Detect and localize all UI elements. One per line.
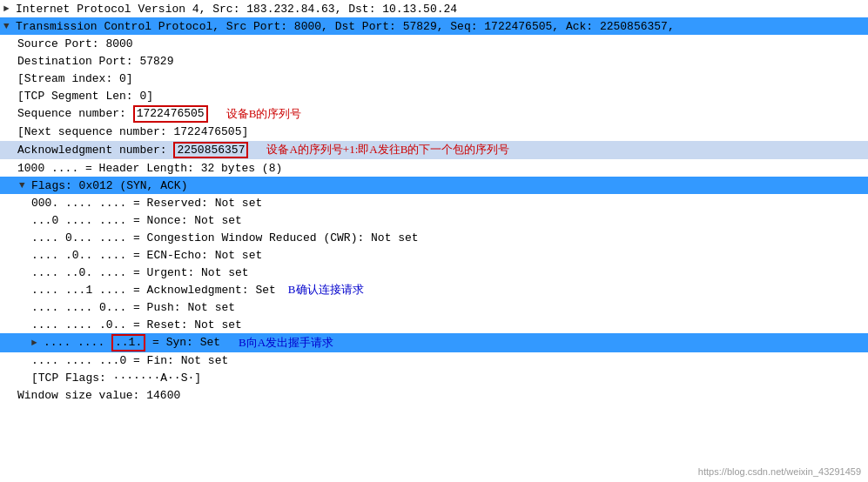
tcp-segment-len-line: [TCP Segment Len: 0]: [0, 87, 868, 104]
sequence-number-line: Sequence number: 1722476505 设备B的序列号: [0, 104, 868, 124]
tcp-flags-text: [TCP Flags: ·······A··S·]: [31, 372, 201, 385]
ack-annotation: 设备A的序列号+1:即A发往B的下一个包的序列号: [255, 142, 509, 157]
watermark: https://blog.csdn.net/weixin_43291459: [698, 466, 861, 477]
flags-text: Flags: 0x012 (SYN, ACK): [31, 179, 187, 192]
nonce-line: ...0 .... .... = Nonce: Not set: [0, 211, 868, 229]
syn-prefix: .... ....: [44, 336, 111, 349]
ip-protocol-text: Internet Protocol Version 4, Src: 183.23…: [16, 3, 457, 16]
source-port-text: Source Port: 8000: [17, 37, 133, 50]
fin-line: .... .... ...0 = Fin: Not set: [0, 352, 868, 370]
seq-label: Sequence number:: [17, 107, 133, 120]
ack-flag-line: .... ...1 .... = Acknowledgment: Set B确认…: [0, 281, 868, 298]
main-container: ► Internet Protocol Version 4, Src: 183.…: [0, 0, 868, 482]
ack-label: Acknowledgment number:: [17, 144, 173, 157]
syn-flag-line[interactable]: ► .... .... ..1. = Syn: Set B向A发出握手请求: [0, 333, 868, 352]
ecn-echo-text: .... .0.. .... = ECN-Echo: Not set: [31, 249, 262, 262]
stream-index-line: [Stream index: 0]: [0, 70, 868, 87]
next-seq-text: [Next sequence number: 1722476505]: [17, 125, 248, 138]
ecn-echo-line: .... .0.. .... = ECN-Echo: Not set: [0, 246, 868, 264]
expand-icon[interactable]: ►: [3, 3, 16, 14]
header-length-line: 1000 .... = Header Length: 32 bytes (8): [0, 159, 868, 177]
next-sequence-line: [Next sequence number: 1722476505]: [0, 124, 868, 141]
reserved-line: 000. .... .... = Reserved: Not set: [0, 194, 868, 211]
destination-port-text: Destination Port: 57829: [17, 55, 173, 68]
reset-text: .... .... .0.. = Reset: Not set: [31, 318, 242, 331]
urgent-text: .... ..0. .... = Urgent: Not set: [31, 266, 249, 279]
syn-bit-box: ..1.: [111, 334, 145, 351]
nonce-text: ...0 .... .... = Nonce: Not set: [31, 214, 242, 227]
fin-text: .... .... ...0 = Fin: Not set: [31, 354, 228, 367]
window-size-line: Window size value: 14600: [0, 387, 868, 405]
syn-label: = Syn: Set: [145, 336, 220, 349]
syn-annotation: B向A发出握手请求: [227, 335, 333, 351]
syn-expand-icon[interactable]: ►: [31, 338, 44, 348]
flags-collapse-icon[interactable]: ▼: [19, 180, 31, 191]
ip-protocol-line: ► Internet Protocol Version 4, Src: 183.…: [0, 0, 868, 17]
ack-flag-annotation: B确认连接请求: [288, 282, 364, 298]
reserved-text: 000. .... .... = Reserved: Not set: [31, 197, 262, 210]
source-port-line: Source Port: 8000: [0, 35, 868, 52]
tcp-protocol-line[interactable]: ▼ Transmission Control Protocol, Src Por…: [0, 17, 868, 35]
tcp-flags-line: [TCP Flags: ·······A··S·]: [0, 370, 868, 387]
push-text: .... .... 0... = Push: Not set: [31, 301, 235, 314]
ack-number-line: Acknowledgment number: 2250856357 设备A的序列…: [0, 141, 868, 160]
seq-value-box: 1722476505: [133, 105, 208, 123]
header-length-text: 1000 .... = Header Length: 32 bytes (8): [17, 162, 282, 175]
stream-index-text: [Stream index: 0]: [17, 72, 133, 85]
tcp-protocol-text: Transmission Control Protocol, Src Port:…: [16, 20, 675, 33]
collapse-icon[interactable]: ▼: [3, 21, 16, 31]
destination-port-line: Destination Port: 57829: [0, 52, 868, 70]
seq-annotation: 设备B的序列号: [215, 106, 302, 122]
ack-flag-text: .... ...1 .... = Acknowledgment: Set: [31, 284, 276, 297]
urgent-line: .... ..0. .... = Urgent: Not set: [0, 264, 868, 281]
flags-line[interactable]: ▼ Flags: 0x012 (SYN, ACK): [0, 177, 868, 194]
reset-line: .... .... .0.. = Reset: Not set: [0, 316, 868, 333]
tcp-segment-len-text: [TCP Segment Len: 0]: [17, 90, 153, 103]
ack-value-box: 2250856357: [173, 142, 248, 159]
push-line: .... .... 0... = Push: Not set: [0, 298, 868, 316]
cwr-text: .... 0... .... = Congestion Window Reduc…: [31, 231, 419, 244]
cwr-line: .... 0... .... = Congestion Window Reduc…: [0, 229, 868, 246]
window-size-text: Window size value: 14600: [17, 389, 180, 402]
